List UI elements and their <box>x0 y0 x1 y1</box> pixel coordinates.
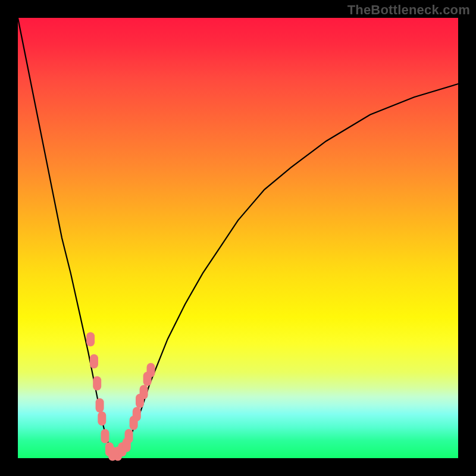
marker-point <box>98 411 106 425</box>
chart-plot-area <box>18 18 458 458</box>
marker-point <box>86 332 95 346</box>
marker-point <box>125 429 133 443</box>
chart-svg <box>18 18 458 458</box>
bottleneck-curve <box>18 18 458 454</box>
chart-frame: TheBottleneck.com <box>0 0 476 476</box>
marker-point <box>147 363 155 377</box>
watermark-label: TheBottleneck.com <box>347 2 470 18</box>
marker-point <box>101 429 109 443</box>
marker-point <box>90 354 98 368</box>
marker-point <box>93 376 101 390</box>
marker-point <box>133 407 141 421</box>
marker-point <box>96 398 104 412</box>
marker-point <box>140 385 148 399</box>
